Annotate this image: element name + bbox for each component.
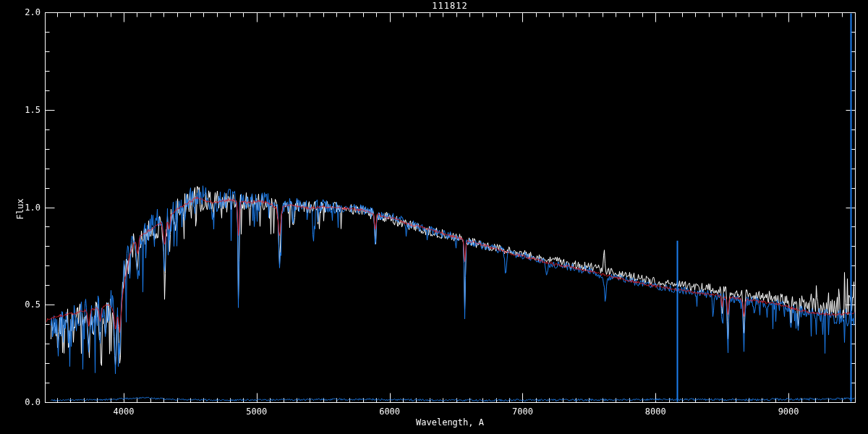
spectrum-canvas <box>0 0 868 434</box>
x-tick-label: 8000 <box>634 407 677 416</box>
x-tick-label: 4000 <box>102 407 145 416</box>
y-tick-label: 0.5 <box>13 300 41 309</box>
y-tick-label: 2.0 <box>13 8 41 17</box>
plot-title: 111812 <box>407 1 493 10</box>
y-tick-label: 1.5 <box>13 106 41 114</box>
x-tick-label: 9000 <box>767 407 810 416</box>
spectrum-plot-window: 111812 Wavelength, A Flux 40005000600070… <box>0 0 868 434</box>
x-tick-label: 6000 <box>368 407 412 416</box>
y-tick-label: 1.0 <box>13 203 41 212</box>
x-tick-label: 5000 <box>235 407 278 416</box>
x-tick-label: 7000 <box>501 407 544 416</box>
y-tick-label: 0.0 <box>13 398 41 407</box>
x-axis-label: Wavelength, A <box>378 418 522 427</box>
